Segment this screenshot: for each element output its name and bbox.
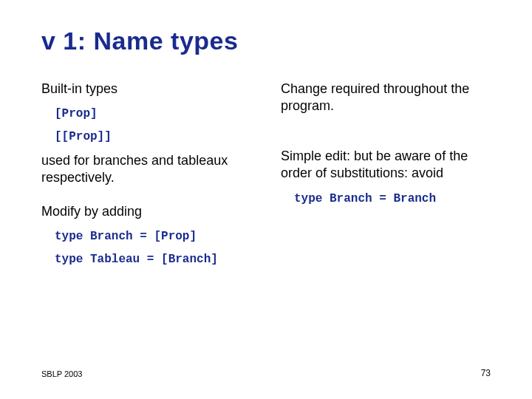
spacer bbox=[281, 124, 491, 148]
slide-title: v 1: Name types bbox=[41, 27, 491, 55]
builtin-types-label: Built-in types bbox=[41, 81, 251, 98]
spacer bbox=[41, 196, 251, 203]
code-type-tableau: type Tableau = [Branch] bbox=[55, 252, 251, 267]
used-for-text: used for branches and tableaux respectiv… bbox=[41, 152, 251, 187]
modify-by-adding-label: Modify by adding bbox=[41, 203, 251, 220]
code-prop-nested: [[Prop]] bbox=[55, 129, 251, 145]
left-column: Built-in types [Prop] [[Prop]] used for … bbox=[41, 81, 251, 275]
footer-left: SBLP 2003 bbox=[41, 369, 82, 378]
right-column: Change required throughout the program. … bbox=[281, 81, 491, 275]
footer-page-number: 73 bbox=[481, 368, 491, 378]
simple-edit-text: Simple edit: but be aware of the order o… bbox=[281, 148, 491, 183]
code-type-branch-branch: type Branch = Branch bbox=[294, 191, 491, 207]
slide: v 1: Name types Built-in types [Prop] [[… bbox=[0, 0, 532, 399]
content-columns: Built-in types [Prop] [[Prop]] used for … bbox=[41, 81, 491, 275]
code-type-branch: type Branch = [Prop] bbox=[55, 229, 251, 245]
change-required-text: Change required throughout the program. bbox=[281, 81, 491, 115]
code-prop: [Prop] bbox=[55, 106, 251, 122]
